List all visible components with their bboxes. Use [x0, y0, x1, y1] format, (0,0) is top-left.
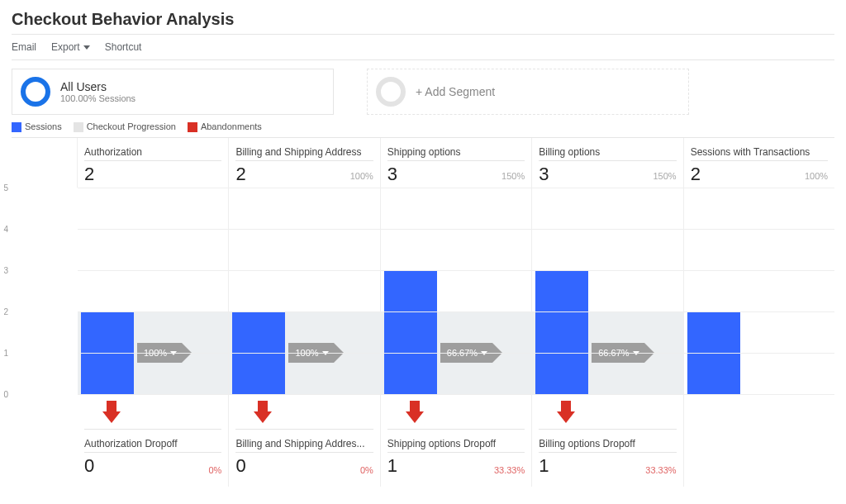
funnel-step-dropoff: Billing options Dropoff133.33% [532, 394, 683, 487]
dropoff-value: 0 [84, 455, 221, 477]
dropoff-label: Billing and Shipping Addres... [235, 438, 373, 449]
segment-subtitle: 100.00% Sessions [60, 93, 135, 103]
step-label: Shipping options [387, 146, 525, 158]
legend-sessions: Sessions [12, 121, 62, 132]
add-segment-button[interactable]: + Add Segment [367, 69, 689, 115]
gridline [78, 270, 834, 271]
axis-tick: 3 [3, 266, 8, 275]
export-label: Export [51, 41, 80, 53]
page-title: Checkout Behavior Analysis [12, 10, 834, 29]
sessions-bar[interactable] [535, 270, 588, 394]
funnel-step-dropoff: Authorization Dropoff00% [78, 394, 229, 487]
dropoff-arrow-icon [102, 401, 121, 424]
step-percent: 100% [350, 171, 373, 181]
funnel-step-header[interactable]: Sessions with Transactions2100% [684, 138, 834, 188]
step-percent: 100% [805, 171, 828, 181]
funnel-step-bar-cell: 100% [229, 188, 380, 394]
dropoff-arrow-icon [406, 401, 424, 424]
funnel-step-header[interactable]: Billing options3150% [532, 138, 683, 188]
funnel-step-bar-cell [684, 188, 834, 394]
dropoff-arrow-icon [557, 401, 575, 424]
funnel-chart: Authorization2Billing and Shipping Addre… [12, 137, 834, 487]
step-percent: 150% [653, 171, 676, 181]
legend-progression: Checkout Progression [74, 121, 176, 132]
sessions-bar[interactable] [384, 270, 437, 394]
dropoff-percent: 33.33% [494, 465, 525, 475]
funnel-step-dropoff: Billing and Shipping Addres...00% [229, 394, 380, 487]
step-value: 2 [84, 164, 221, 185]
segment-all-users[interactable]: All Users 100.00% Sessions [12, 69, 334, 115]
chart-legend: Sessions Checkout Progression Abandonmen… [12, 121, 834, 132]
funnel-step-header[interactable]: Shipping options3150% [381, 138, 532, 188]
funnel-step-dropoff [684, 394, 834, 487]
gridline [78, 188, 834, 188]
add-segment-label: + Add Segment [416, 85, 495, 98]
dropoff-percent: 33.33% [645, 465, 676, 475]
step-label: Sessions with Transactions [691, 146, 828, 158]
segment-circle-icon [21, 77, 50, 107]
segments-row: All Users 100.00% Sessions + Add Segment [12, 69, 834, 115]
dropoff-arrow-icon [254, 401, 272, 424]
dropoff-percent: 0% [209, 465, 222, 475]
chevron-down-icon [83, 45, 90, 50]
axis-tick: 0 [3, 390, 8, 399]
funnel-step-header[interactable]: Billing and Shipping Address2100% [229, 138, 380, 188]
email-button[interactable]: Email [12, 41, 36, 53]
axis-tick: 5 [3, 183, 8, 193]
axis-tick: 1 [3, 349, 8, 358]
shortcut-button[interactable]: Shortcut [105, 41, 142, 53]
dropoff-value: 0 [235, 455, 373, 477]
step-label: Authorization [84, 146, 221, 158]
toolbar: Email Export Shortcut [12, 34, 834, 60]
dropoff-label: Shipping options Dropoff [387, 438, 525, 449]
segment-title: All Users [60, 80, 135, 93]
gridline [78, 229, 834, 230]
axis-tick: 4 [3, 225, 8, 234]
gridline [78, 353, 834, 354]
funnel-step-bar-cell: 66.67% [532, 188, 683, 394]
step-label: Billing options [539, 146, 676, 158]
dropoff-percent: 0% [360, 465, 373, 475]
funnel-step-header[interactable]: Authorization2 [78, 138, 229, 188]
step-percent: 150% [501, 171, 525, 181]
funnel-step-bar-cell: 100% [78, 188, 229, 394]
export-button[interactable]: Export [51, 41, 90, 53]
funnel-step-dropoff: Shipping options Dropoff133.33% [381, 394, 532, 487]
funnel-step-bar-cell: 66.67% [381, 188, 532, 394]
segment-circle-icon [376, 77, 406, 107]
dropoff-label: Billing options Dropoff [539, 438, 676, 449]
dropoff-label: Authorization Dropoff [84, 438, 221, 449]
step-label: Billing and Shipping Address [235, 146, 373, 158]
axis-tick: 2 [3, 307, 8, 316]
legend-abandonments: Abandonments [188, 121, 262, 132]
gridline [78, 394, 834, 395]
gridline [78, 311, 834, 312]
